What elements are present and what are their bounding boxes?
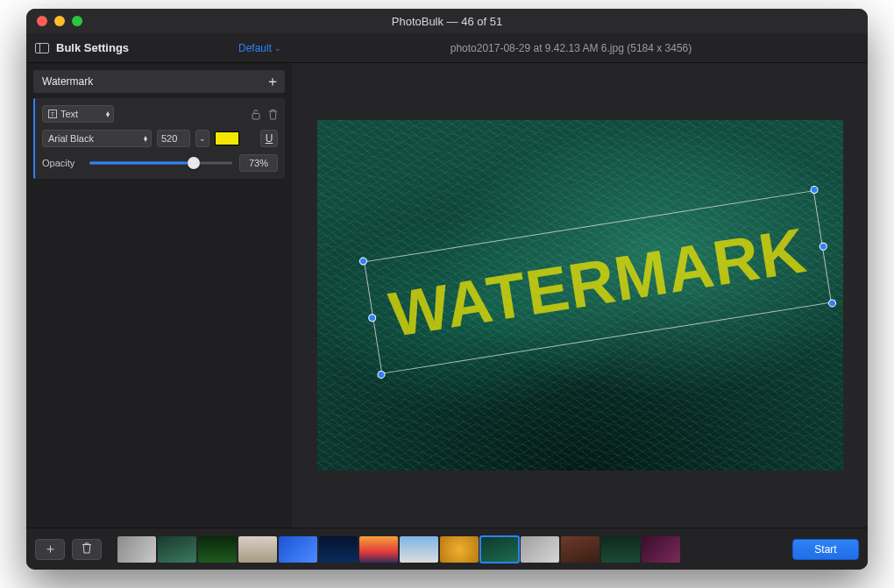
preset-dropdown[interactable]: Default ⌄ xyxy=(238,42,292,54)
thumbnail[interactable] xyxy=(359,536,398,563)
preset-label: Default xyxy=(238,42,272,54)
thumbnail[interactable] xyxy=(480,536,519,563)
font-size-input[interactable]: 520 xyxy=(157,130,190,147)
thumbnail[interactable] xyxy=(117,536,156,563)
bulk-settings-label: Bulk Settings xyxy=(56,41,129,54)
sidebar-toggle-icon[interactable] xyxy=(35,43,49,53)
font-select[interactable]: Arial Black ▴▾ xyxy=(42,130,152,147)
trash-icon xyxy=(82,542,92,556)
thumbnail[interactable] xyxy=(319,536,358,563)
text-type-icon: T xyxy=(48,110,57,118)
footer: ＋ Start xyxy=(26,528,868,570)
underline-toggle[interactable]: U xyxy=(260,130,278,147)
thumbnail[interactable] xyxy=(440,536,479,563)
svg-text:T: T xyxy=(51,110,55,118)
app-window: PhotoBulk — 46 of 51 Bulk Settings Defau… xyxy=(26,9,868,570)
type-label: Text xyxy=(60,109,78,119)
watermark-section-header[interactable]: Watermark ＋ xyxy=(33,70,285,93)
trash-icon[interactable] xyxy=(268,109,278,120)
thumbnail[interactable] xyxy=(400,536,438,563)
thumbnail[interactable] xyxy=(198,536,237,563)
thumbnail[interactable] xyxy=(158,536,196,563)
toolbar: Bulk Settings Default ⌄ photo2017-08-29 … xyxy=(26,33,868,63)
chevron-down-icon: ⌄ xyxy=(274,44,281,53)
opacity-slider-knob[interactable] xyxy=(188,157,200,169)
thumbnail[interactable] xyxy=(601,536,640,563)
remove-image-button[interactable] xyxy=(72,539,102,560)
titlebar: PhotoBulk — 46 of 51 xyxy=(26,9,868,33)
thumbnail[interactable] xyxy=(238,536,277,563)
add-images-button[interactable]: ＋ xyxy=(35,539,65,560)
thumbnail[interactable] xyxy=(521,536,559,563)
settings-sidebar: Watermark ＋ T Text ▴▾ xyxy=(26,63,292,528)
start-label: Start xyxy=(814,543,836,556)
image-canvas[interactable]: WATERMARK xyxy=(317,120,843,471)
opacity-slider-fill xyxy=(89,162,194,165)
plus-icon: ＋ xyxy=(44,541,57,557)
updown-icon: ▴▾ xyxy=(144,136,145,141)
resize-handle-bl[interactable] xyxy=(376,370,385,379)
thumbnail-strip[interactable] xyxy=(117,536,777,563)
thumbnail[interactable] xyxy=(642,536,680,563)
updown-icon: ▴▾ xyxy=(106,111,108,117)
thumbnail[interactable] xyxy=(279,536,317,563)
watermark-overlay-text[interactable]: WATERMARK xyxy=(364,190,832,374)
font-name: Arial Black xyxy=(48,133,94,144)
svg-rect-4 xyxy=(252,113,259,119)
window-title: PhotoBulk — 46 of 51 xyxy=(26,15,868,28)
watermark-section-title: Watermark xyxy=(42,75,93,88)
font-size-stepper[interactable]: ⌄ xyxy=(195,130,209,147)
font-size-value: 520 xyxy=(161,133,177,144)
current-file-info: photo2017-08-29 at 9.42.13 AM 6.jpg (518… xyxy=(292,42,850,54)
watermark-bounding-box[interactable]: WATERMARK xyxy=(364,190,832,374)
opacity-label: Opacity xyxy=(42,158,82,168)
add-watermark-button[interactable]: ＋ xyxy=(266,74,280,89)
thumbnail[interactable] xyxy=(561,536,600,563)
watermark-panel: T Text ▴▾ Arial Blac xyxy=(33,98,285,179)
svg-rect-0 xyxy=(36,43,49,53)
watermark-type-select[interactable]: T Text ▴▾ xyxy=(42,105,114,123)
resize-handle-br[interactable] xyxy=(827,299,836,308)
preview-area: WATERMARK xyxy=(292,63,868,528)
opacity-slider[interactable] xyxy=(89,156,232,170)
main-body: Watermark ＋ T Text ▴▾ xyxy=(26,63,868,528)
unlock-icon[interactable] xyxy=(251,109,261,120)
color-swatch[interactable] xyxy=(215,131,239,145)
start-button[interactable]: Start xyxy=(792,539,859,560)
opacity-value[interactable]: 73% xyxy=(239,154,278,172)
